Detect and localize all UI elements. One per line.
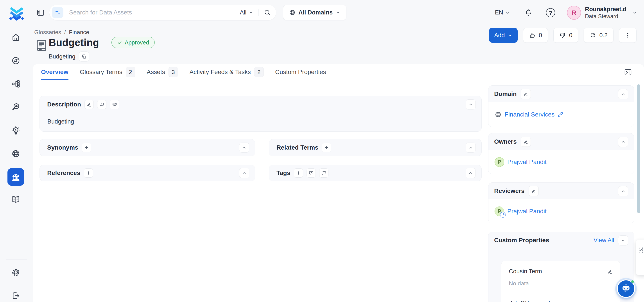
sidebar-item-observability[interactable] bbox=[8, 99, 24, 115]
tab-assets[interactable]: Assets 3 bbox=[147, 64, 178, 80]
plus-icon bbox=[324, 145, 329, 150]
sidebar-item-learn[interactable] bbox=[8, 191, 24, 208]
sidebar-item-lineage[interactable] bbox=[8, 76, 24, 92]
tab-glossary-terms[interactable]: Glossary Terms 2 bbox=[80, 64, 136, 80]
user-menu-chevron[interactable] bbox=[632, 10, 638, 15]
references-row: References bbox=[40, 165, 255, 181]
all-domains-dropdown[interactable]: All Domains bbox=[283, 5, 346, 20]
edit-custom-property-button[interactable] bbox=[607, 269, 612, 274]
chevron-up-icon bbox=[620, 188, 626, 194]
chevron-up-icon bbox=[242, 145, 247, 150]
tags-card: Tags bbox=[269, 165, 482, 181]
floating-widget-handle[interactable] bbox=[636, 240, 644, 275]
breadcrumb-link-glossaries[interactable]: Glossaries bbox=[34, 29, 61, 36]
logo-icon bbox=[8, 3, 25, 23]
chevron-up-icon bbox=[620, 139, 626, 145]
collapse-reviewers-button[interactable] bbox=[618, 186, 628, 196]
reviewers-card: Reviewers P bbox=[488, 182, 634, 223]
thumbs-down-icon bbox=[559, 32, 566, 38]
pencil-icon bbox=[86, 102, 92, 107]
page-header: Glossaries / Finance Budgeting Approved … bbox=[33, 25, 644, 64]
sidebar-item-home[interactable] bbox=[8, 29, 24, 46]
collapse-synonyms-button[interactable] bbox=[239, 143, 249, 153]
search-scope-value: All bbox=[240, 9, 246, 16]
collapse-related-terms-button[interactable] bbox=[466, 143, 476, 153]
owners-body: P Prajwal Pandit bbox=[488, 150, 634, 174]
scrollbar-thumb[interactable] bbox=[637, 84, 640, 213]
copy-icon bbox=[82, 54, 87, 59]
request-description-button[interactable] bbox=[97, 100, 106, 109]
all-domains-label: All Domains bbox=[298, 9, 333, 16]
tab-overview[interactable]: Overview bbox=[41, 64, 68, 80]
language-dropdown[interactable]: EN bbox=[495, 9, 510, 16]
synonyms-row: Synonyms bbox=[40, 139, 255, 156]
upvote-button[interactable]: 0 bbox=[523, 28, 548, 43]
edit-custom-property-button[interactable] bbox=[607, 301, 612, 302]
sidebar-item-glossary[interactable] bbox=[8, 168, 24, 186]
search-scope-dropdown[interactable]: All bbox=[240, 9, 254, 16]
user-name: Rounakpreet.d bbox=[585, 5, 626, 13]
observability-icon bbox=[11, 103, 20, 112]
ai-search-button[interactable] bbox=[52, 7, 64, 18]
chevron-up-icon bbox=[242, 170, 247, 176]
sidebar-item-insights[interactable] bbox=[8, 122, 24, 139]
search-button[interactable] bbox=[264, 9, 271, 16]
relation-icon bbox=[558, 112, 563, 117]
reviewers-body: P Prajwal Pandit bbox=[488, 199, 634, 223]
user-avatar[interactable]: R bbox=[567, 6, 581, 20]
collapse-description-button[interactable] bbox=[466, 99, 476, 110]
request-tag-button[interactable] bbox=[306, 168, 316, 178]
custom-property-row: Cousin Term bbox=[509, 268, 612, 275]
reviewer-link[interactable]: Prajwal Pandit bbox=[507, 208, 546, 215]
tab-count-badge: 2 bbox=[126, 67, 136, 77]
collapse-references-button[interactable] bbox=[239, 168, 249, 178]
domain-link[interactable]: Financial Services bbox=[505, 111, 554, 118]
global-search[interactable]: All bbox=[49, 5, 276, 20]
app-logo[interactable] bbox=[8, 3, 25, 22]
sidebar-item-domains[interactable] bbox=[8, 146, 24, 162]
view-all-link[interactable]: View All bbox=[594, 237, 614, 244]
add-tag-button[interactable] bbox=[294, 168, 303, 178]
edit-description-button[interactable] bbox=[84, 100, 94, 109]
collapse-domain-button[interactable] bbox=[618, 89, 628, 99]
sidebar-item-explore[interactable] bbox=[8, 52, 24, 69]
chevron-down-icon bbox=[508, 33, 512, 38]
right-panel-toggle-button[interactable] bbox=[623, 67, 633, 77]
sidebar-toggle-button[interactable] bbox=[36, 8, 46, 18]
page-title: Budgeting bbox=[49, 37, 99, 48]
edit-owners-button[interactable] bbox=[521, 137, 531, 147]
add-reference-button[interactable] bbox=[84, 168, 93, 178]
collapse-tags-button[interactable] bbox=[466, 168, 476, 178]
search-input[interactable] bbox=[69, 9, 240, 16]
edit-reviewers-button[interactable] bbox=[528, 186, 539, 196]
edit-domain-button[interactable] bbox=[521, 89, 531, 99]
add-button[interactable]: Add bbox=[489, 28, 518, 43]
copy-button[interactable] bbox=[79, 51, 89, 62]
user-role: Data Steward bbox=[585, 13, 626, 20]
tab-activity-feeds[interactable]: Activity Feeds & Tasks 2 bbox=[190, 64, 264, 80]
user-menu[interactable]: Rounakpreet.d Data Steward bbox=[585, 5, 626, 20]
more-options-button[interactable] bbox=[619, 28, 636, 43]
description-card: Description bbox=[40, 96, 482, 132]
add-synonym-button[interactable] bbox=[82, 143, 91, 152]
chat-bot-button[interactable] bbox=[617, 280, 635, 298]
chevron-up-icon bbox=[468, 145, 473, 150]
collapse-owners-button[interactable] bbox=[618, 137, 628, 147]
notifications-button[interactable] bbox=[524, 9, 532, 17]
sidebar-item-settings[interactable] bbox=[8, 264, 24, 281]
tab-label: Activity Feeds & Tasks bbox=[190, 69, 251, 76]
tag-comments-button[interactable] bbox=[319, 168, 328, 178]
tab-custom-properties[interactable]: Custom Properties bbox=[275, 64, 326, 80]
sidebar-item-logout[interactable] bbox=[8, 287, 24, 302]
downvote-button[interactable]: 0 bbox=[554, 28, 578, 43]
open-book-icon bbox=[11, 195, 20, 204]
collapse-custom-properties-button[interactable] bbox=[618, 235, 628, 246]
sidebar-toggle-icon bbox=[36, 8, 45, 17]
add-related-term-button[interactable] bbox=[322, 143, 331, 152]
description-comments-button[interactable] bbox=[110, 100, 119, 109]
breadcrumb-current: Finance bbox=[69, 29, 89, 36]
version-button[interactable]: 0.2 bbox=[584, 28, 614, 43]
owner-link[interactable]: Prajwal Pandit bbox=[507, 158, 546, 165]
help-button[interactable] bbox=[546, 8, 555, 17]
downvote-count: 0 bbox=[569, 32, 572, 39]
